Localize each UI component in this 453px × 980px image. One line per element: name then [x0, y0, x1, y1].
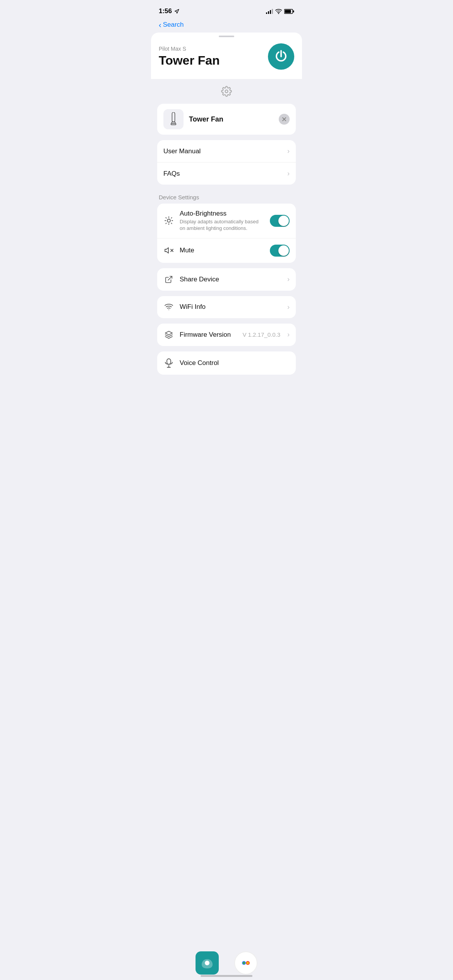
- mute-icon: [163, 246, 174, 255]
- device-subtitle: Pilot Max S: [159, 46, 220, 52]
- svg-point-11: [167, 219, 170, 222]
- svg-line-23: [168, 276, 172, 280]
- mute-row: Mute: [157, 238, 296, 263]
- auto-brightness-subtitle: Display adapts automatically based on am…: [180, 219, 264, 232]
- svg-line-14: [166, 218, 166, 218]
- help-card: User Manual › FAQs ›: [157, 140, 296, 185]
- share-device-card[interactable]: Share Device ›: [157, 268, 296, 291]
- settings-gear-icon: [221, 86, 232, 98]
- svg-rect-3: [293, 10, 294, 12]
- device-title: Tower Fan: [159, 53, 220, 68]
- header-text: Pilot Max S Tower Fan: [159, 46, 220, 68]
- svg-marker-0: [175, 9, 179, 13]
- user-manual-row[interactable]: User Manual ›: [157, 140, 296, 162]
- share-device-icon: [163, 275, 174, 284]
- main-content: Tower Fan User Manual › FAQs › Device Se…: [151, 79, 302, 396]
- back-chevron-icon: ‹: [159, 21, 161, 29]
- firmware-version-label: Firmware Version: [180, 331, 237, 339]
- battery-icon: [284, 9, 294, 14]
- power-button[interactable]: [268, 43, 294, 70]
- device-settings-label: Device Settings: [157, 190, 296, 204]
- status-bar: 1:56: [151, 0, 302, 19]
- device-name-row: Tower Fan: [157, 104, 296, 135]
- back-label: Search: [163, 21, 184, 29]
- power-icon: [274, 50, 288, 63]
- auto-brightness-icon: [163, 216, 174, 225]
- svg-marker-20: [165, 248, 168, 253]
- svg-rect-26: [167, 359, 171, 364]
- chevron-right-icon: ›: [287, 331, 290, 339]
- mute-toggle[interactable]: [270, 245, 290, 257]
- firmware-version-value: V 1.2.17_0.0.3: [242, 331, 280, 338]
- tower-fan-icon: [169, 112, 178, 126]
- svg-point-24: [168, 310, 169, 310]
- voice-control-row[interactable]: Voice Control: [157, 351, 296, 375]
- faqs-label: FAQs: [163, 170, 283, 178]
- mute-text: Mute: [180, 247, 264, 254]
- location-icon: [174, 9, 179, 14]
- firmware-version-card[interactable]: Firmware Version V 1.2.17_0.0.3 ›: [157, 324, 296, 346]
- auto-brightness-title: Auto-Brightness: [180, 210, 264, 218]
- svg-rect-8: [171, 123, 176, 125]
- nav-bar: ‹ Search: [151, 19, 302, 33]
- wifi-info-label: WiFi Info: [180, 303, 282, 311]
- svg-marker-25: [165, 331, 172, 335]
- sheet-handle: [219, 36, 234, 37]
- chevron-right-icon: ›: [287, 303, 290, 311]
- svg-line-19: [171, 218, 172, 218]
- remove-device-button[interactable]: [279, 114, 290, 125]
- device-name-card: Tower Fan: [157, 104, 296, 135]
- svg-point-5: [225, 90, 228, 93]
- header-card: Pilot Max S Tower Fan: [151, 33, 302, 79]
- user-manual-label: User Manual: [163, 147, 283, 155]
- auto-brightness-row: Auto-Brightness Display adapts automatic…: [157, 204, 296, 238]
- toggle-settings-card: Auto-Brightness Display adapts automatic…: [157, 204, 296, 263]
- status-time: 1:56: [159, 7, 179, 15]
- svg-point-1: [278, 13, 279, 14]
- svg-line-15: [171, 223, 172, 224]
- device-icon-box: [163, 109, 184, 129]
- firmware-icon: [163, 331, 174, 339]
- status-icons: [266, 9, 294, 14]
- svg-line-18: [166, 223, 166, 224]
- voice-control-card[interactable]: Voice Control: [157, 351, 296, 375]
- time-display: 1:56: [159, 7, 172, 15]
- back-button[interactable]: ‹ Search: [159, 21, 184, 29]
- gear-area: [157, 79, 296, 104]
- share-device-label: Share Device: [180, 276, 282, 283]
- wifi-info-card[interactable]: WiFi Info ›: [157, 296, 296, 318]
- faqs-row[interactable]: FAQs ›: [157, 162, 296, 185]
- wifi-info-row[interactable]: WiFi Info ›: [157, 296, 296, 318]
- wifi-info-icon: [163, 303, 174, 310]
- chevron-right-icon: ›: [287, 147, 290, 155]
- svg-rect-4: [285, 10, 291, 13]
- signal-icon: [266, 9, 273, 14]
- chevron-right-icon: ›: [287, 170, 290, 178]
- auto-brightness-text: Auto-Brightness Display adapts automatic…: [180, 210, 264, 232]
- voice-control-label: Voice Control: [180, 359, 290, 367]
- microphone-icon: [163, 358, 174, 368]
- auto-brightness-toggle[interactable]: [270, 215, 290, 227]
- mute-title: Mute: [180, 247, 264, 254]
- chevron-right-icon: ›: [287, 275, 290, 283]
- firmware-version-row[interactable]: Firmware Version V 1.2.17_0.0.3 ›: [157, 324, 296, 346]
- share-device-row[interactable]: Share Device ›: [157, 268, 296, 291]
- device-name-text: Tower Fan: [189, 115, 273, 123]
- close-icon: [282, 117, 287, 122]
- svg-rect-6: [172, 112, 175, 122]
- wifi-icon: [275, 9, 282, 14]
